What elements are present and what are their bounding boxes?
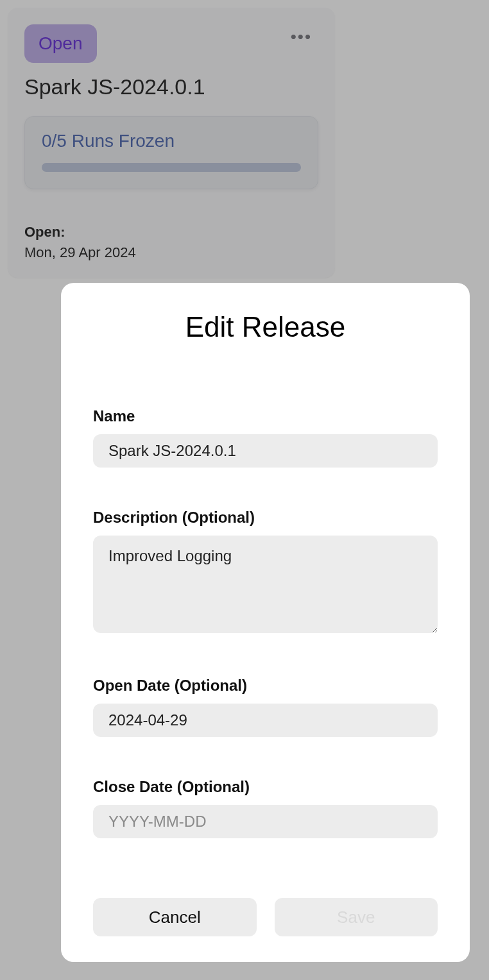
save-button[interactable]: Save (275, 898, 438, 936)
name-input[interactable] (93, 434, 438, 468)
edit-release-modal: Edit Release Name Description (Optional)… (61, 283, 470, 962)
field-name: Name (93, 407, 438, 468)
field-open-date: Open Date (Optional) (93, 677, 438, 737)
description-input[interactable] (93, 536, 438, 633)
open-date-field-label: Open Date (Optional) (93, 677, 438, 695)
cancel-button[interactable]: Cancel (93, 898, 257, 936)
field-description: Description (Optional) (93, 509, 438, 636)
field-close-date: Close Date (Optional) (93, 778, 438, 838)
description-label: Description (Optional) (93, 509, 438, 527)
open-date-input[interactable] (93, 704, 438, 737)
modal-title: Edit Release (93, 311, 438, 343)
close-date-field-label: Close Date (Optional) (93, 778, 438, 796)
close-date-input[interactable] (93, 805, 438, 838)
modal-button-row: Cancel Save (93, 898, 438, 936)
name-label: Name (93, 407, 438, 425)
